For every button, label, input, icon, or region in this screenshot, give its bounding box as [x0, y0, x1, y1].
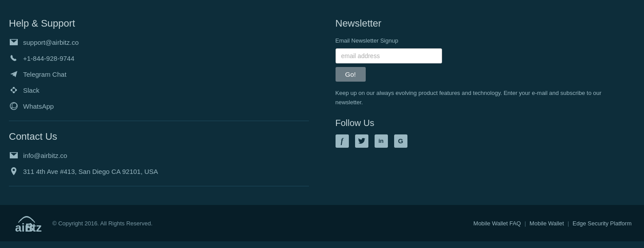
logo-area: air itz B	[9, 212, 44, 234]
bottom-links: Mobile Wallet FAQ | Mobile Wallet | Edge…	[470, 220, 635, 227]
right-section: Newsletter Email Newsletter Signup Go! K…	[327, 18, 636, 196]
email-icon	[9, 37, 19, 47]
edge-security-link[interactable]: Edge Security Platform	[569, 220, 635, 227]
facebook-icon[interactable]: f	[336, 134, 349, 148]
telegram-link[interactable]: Telegram Chat	[9, 69, 309, 79]
twitter-icon[interactable]	[355, 134, 368, 148]
left-section: Help & Support support@airbitz.co +1-844…	[9, 18, 327, 196]
email-icon-2	[9, 150, 19, 160]
help-support-title: Help & Support	[9, 18, 309, 29]
slack-link[interactable]: Slack	[9, 85, 309, 95]
contact-us-title: Contact Us	[9, 131, 309, 142]
divider-1	[9, 121, 309, 121]
whatsapp-link[interactable]: WhatsApp	[9, 101, 309, 111]
copyright-text: © Copyright 2016. All Rights Reserved.	[52, 220, 153, 227]
info-email-label: info@airbitz.co	[23, 152, 67, 159]
address-link[interactable]: 311 4th Ave #413, San Diego CA 92101, US…	[9, 166, 309, 176]
contact-us-block: Contact Us info@airbitz.co 311 4th Ave #…	[9, 131, 309, 176]
newsletter-label: Email Newsletter Signup	[336, 37, 636, 44]
newsletter-title: Newsletter	[336, 18, 636, 29]
linkedin-icon[interactable]: in	[375, 134, 388, 148]
email-input[interactable]	[336, 48, 442, 63]
support-email-link[interactable]: support@airbitz.co	[9, 37, 309, 47]
telegram-icon	[9, 69, 19, 79]
address-label: 311 4th Ave #413, San Diego CA 92101, US…	[23, 168, 158, 175]
info-email-link[interactable]: info@airbitz.co	[9, 150, 309, 160]
slack-label: Slack	[23, 87, 40, 94]
bottom-left: air itz B © Copyright 2016. All Rights R…	[9, 212, 153, 234]
google-icon[interactable]: G	[394, 134, 407, 148]
svg-rect-4	[12, 88, 16, 92]
phone-link[interactable]: +1-844-928-9744	[9, 53, 309, 63]
phone-icon	[9, 53, 19, 63]
main-footer: Help & Support support@airbitz.co +1-844…	[0, 0, 644, 205]
whatsapp-icon	[9, 101, 19, 111]
go-button[interactable]: Go!	[336, 67, 366, 82]
bottom-bar: air itz B © Copyright 2016. All Rights R…	[0, 205, 644, 241]
phone-label: +1-844-928-9744	[23, 55, 75, 62]
airbitz-logo: air itz B	[9, 212, 44, 234]
social-icons: f in G	[336, 134, 636, 148]
newsletter-description: Keep up on our always evolving product f…	[336, 89, 620, 107]
divider-2	[9, 186, 309, 186]
whatsapp-label: WhatsApp	[23, 102, 54, 110]
svg-text:B: B	[25, 221, 34, 234]
mobile-wallet-faq-link[interactable]: Mobile Wallet FAQ	[470, 220, 525, 227]
telegram-label: Telegram Chat	[23, 71, 67, 78]
mobile-wallet-link[interactable]: Mobile Wallet	[526, 220, 568, 227]
location-icon	[9, 166, 19, 176]
support-email-label: support@airbitz.co	[23, 39, 79, 46]
follow-us-title: Follow Us	[336, 118, 636, 128]
slack-icon	[9, 85, 19, 95]
newsletter-form: Go!	[336, 48, 636, 82]
